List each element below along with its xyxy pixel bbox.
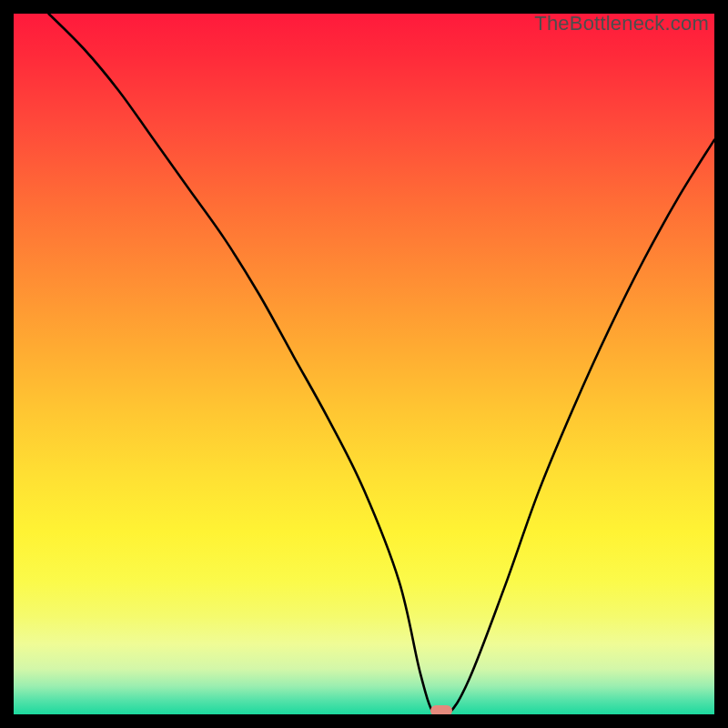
curve-path bbox=[49, 14, 715, 714]
plot-area: TheBottleneck.com bbox=[14, 14, 714, 714]
chart-frame: TheBottleneck.com bbox=[0, 0, 728, 728]
optimal-marker bbox=[430, 705, 452, 714]
bottleneck-curve bbox=[14, 14, 714, 714]
